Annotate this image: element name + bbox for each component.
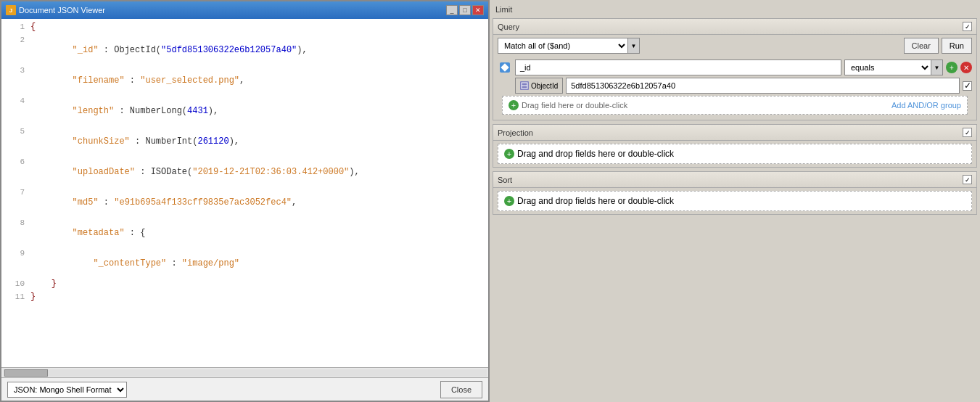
- clear-button[interactable]: Clear: [904, 38, 939, 54]
- title-left: J Document JSON Viewer: [6, 5, 105, 15]
- format-dropdown[interactable]: JSON: Mongo Shell Format: [7, 382, 127, 398]
- json-line-5: 5 "chunkSize" : NumberInt(261120),: [1, 126, 488, 157]
- minimize-button[interactable]: _: [446, 5, 458, 15]
- json-line-1: 1 {: [1, 22, 488, 35]
- projection-section-title: Projection: [498, 128, 533, 137]
- close-button[interactable]: Close: [440, 381, 482, 398]
- run-button[interactable]: Run: [942, 38, 972, 54]
- window-controls: _ □ ✕: [446, 5, 484, 15]
- bottom-toolbar: JSON: Mongo Shell Format Close: [1, 377, 488, 401]
- window-title: Document JSON Viewer: [19, 6, 105, 15]
- projection-plus-icon: +: [504, 149, 514, 159]
- match-dropdown-container[interactable]: Match all of ($and)Match any of ($or)Mat…: [498, 38, 640, 54]
- window-close-button[interactable]: ✕: [472, 5, 484, 15]
- json-content-area: 1 { 2 "_id" : ObjectId("5dfd851306322e6b…: [1, 19, 488, 367]
- projection-section: Projection ✓ + Drag and drop fields here…: [493, 124, 977, 168]
- json-viewer-window: J Document JSON Viewer _ □ ✕ 1 { 2 "_id"…: [0, 0, 490, 402]
- drag-drop-query-area[interactable]: + Drag field here or double-click Add AN…: [502, 96, 968, 115]
- connector-diamond: [501, 63, 508, 71]
- operator-select[interactable]: equalsnot equalsgreater thanless thanexi…: [844, 60, 931, 75]
- json-line-11: 11 }: [1, 292, 488, 305]
- field-indent: [498, 62, 512, 73]
- sort-section-checkbox[interactable]: ✓: [963, 175, 972, 184]
- format-selector[interactable]: JSON: Mongo Shell Format: [7, 382, 127, 398]
- right-panel: Limit Query ✓ Match all of ($and)Match a…: [490, 0, 980, 402]
- json-line-9: 9 "_contentType" : "image/png": [1, 248, 488, 279]
- add-group-link[interactable]: Add AND/OR group: [892, 101, 961, 110]
- limit-bar: Limit: [493, 3, 977, 16]
- maximize-button[interactable]: □: [459, 5, 471, 15]
- window-titlebar: J Document JSON Viewer _ □ ✕: [1, 1, 488, 19]
- projection-drag-hint: Drag and drop fields here or double-clic…: [517, 149, 674, 159]
- value-row: ObjectId ✓: [515, 78, 972, 94]
- remove-condition-button[interactable]: ✕: [960, 62, 972, 73]
- connector-icon: [500, 62, 510, 73]
- type-badge[interactable]: ObjectId: [515, 78, 563, 94]
- json-line-2: 2 "_id" : ObjectId("5dfd851306322e6b1205…: [1, 35, 488, 65]
- type-label: ObjectId: [531, 82, 558, 90]
- projection-drag-area[interactable]: + Drag and drop fields here or double-cl…: [498, 144, 972, 164]
- sort-drag-area[interactable]: + Drag and drop fields here or double-cl…: [498, 191, 972, 211]
- limit-label: Limit: [495, 5, 512, 14]
- add-condition-button[interactable]: +: [946, 62, 958, 73]
- sort-plus-icon: +: [504, 196, 514, 206]
- field-row: _id equalsnot equalsgreater thanless tha…: [498, 60, 972, 75]
- plus-icon: +: [508, 100, 519, 110]
- value-input[interactable]: [566, 78, 960, 94]
- query-section-header: Query ✓: [493, 19, 976, 35]
- drag-hint: + Drag field here or double-click: [508, 100, 627, 110]
- window-app-icon: J: [6, 5, 16, 15]
- json-line-6: 6 "uploadDate" : ISODate("2019-12-21T02:…: [1, 157, 488, 187]
- query-field-area: _id equalsnot equalsgreater thanless tha…: [493, 57, 976, 120]
- operator-container[interactable]: equalsnot equalsgreater thanless thanexi…: [844, 60, 943, 75]
- sort-drag-hint: Drag and drop fields here or double-clic…: [517, 196, 674, 206]
- type-icon: [520, 81, 529, 90]
- query-section: Query ✓ Match all of ($and)Match any of …: [493, 18, 977, 120]
- sort-section-header: Sort ✓: [493, 172, 976, 188]
- match-dropdown-arrow[interactable]: ▼: [628, 38, 640, 54]
- scrollbar-thumb[interactable]: [4, 369, 48, 377]
- json-line-3: 3 "filename" : "user_selected.png",: [1, 65, 488, 96]
- json-line-10: 10 }: [1, 279, 488, 292]
- sort-section-title: Sort: [498, 176, 512, 184]
- query-toolbar: Match all of ($and)Match any of ($or)Mat…: [493, 35, 976, 57]
- projection-section-header: Projection ✓: [493, 125, 976, 141]
- scrollbar-track[interactable]: [3, 369, 487, 377]
- horizontal-scrollbar[interactable]: [1, 367, 488, 377]
- query-section-title: Query: [498, 22, 519, 31]
- json-line-7: 7 "md5" : "e91b695a4f133cff9835e7ac3052f…: [1, 187, 488, 218]
- operator-dropdown-arrow[interactable]: ▼: [931, 60, 943, 75]
- json-line-8: 8 "metadata" : {: [1, 218, 488, 248]
- field-name-display: _id: [515, 60, 841, 75]
- query-section-checkbox[interactable]: ✓: [963, 22, 972, 31]
- value-checkbox[interactable]: ✓: [963, 81, 972, 91]
- sort-section: Sort ✓ + Drag and drop fields here or do…: [493, 171, 977, 215]
- projection-section-checkbox[interactable]: ✓: [963, 128, 972, 137]
- json-line-4: 4 "length" : NumberLong(4431),: [1, 96, 488, 126]
- match-select[interactable]: Match all of ($and)Match any of ($or)Mat…: [498, 38, 628, 54]
